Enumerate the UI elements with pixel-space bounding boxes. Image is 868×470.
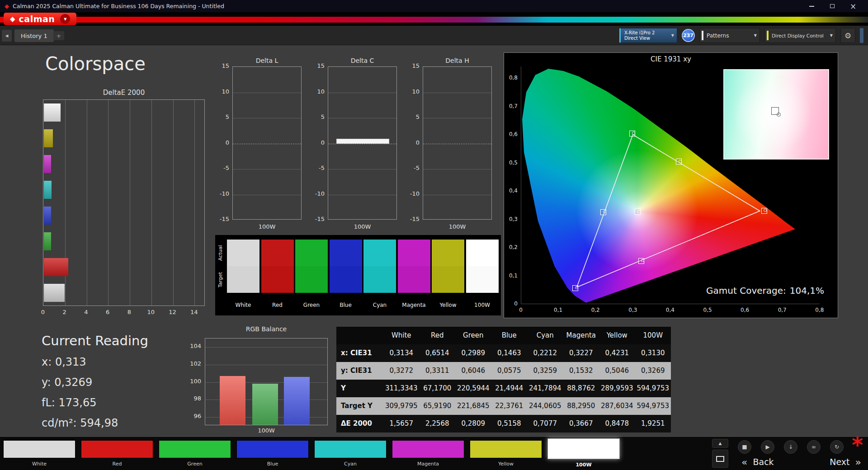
display-control-stripe [767, 31, 769, 40]
settings-button[interactable]: ⚙ [840, 28, 855, 43]
cie-y-axis-label: 0,1 [506, 273, 518, 279]
table-cell: 221,6845 [455, 397, 491, 415]
side-panel-toggle[interactable] [860, 28, 863, 43]
rgb-bar-green [252, 384, 278, 425]
delta-gridline [233, 93, 301, 93]
table-cell: 0,2809 [455, 415, 491, 432]
table-cell: 88,2950 [563, 397, 599, 415]
table-header-Red: Red [420, 327, 456, 344]
pattern-button-yellow[interactable]: Yellow [470, 437, 542, 470]
strip-actual-blue [330, 240, 362, 266]
back-button[interactable]: « Back [741, 455, 796, 469]
cie-measured-cyan [603, 210, 606, 213]
delta-gridline [328, 93, 396, 93]
table-cell: 309,9795 [383, 397, 420, 415]
delta-l-chart: Delta L 100W 151050-5-10-15 [212, 57, 302, 237]
current-reading-panel: Current Reading x: 0,313y: 0,3269fL: 173… [42, 333, 195, 437]
save-button[interactable]: ↓ [784, 440, 797, 454]
stop-measure-button[interactable]: ■ [738, 440, 751, 454]
table-cell: 2,2568 [420, 415, 456, 432]
cie-y-axis-label: 0,3 [506, 216, 518, 222]
delta-axis-label: 10 [402, 88, 420, 95]
deltae-axis-label: 2 [58, 309, 71, 315]
deltae-bar-blue [44, 207, 51, 225]
window-title: Calman 2025 Calman Ultimate for Business… [13, 3, 224, 9]
pattern-button-blue[interactable]: Blue [236, 437, 309, 470]
pattern-label: White [3, 461, 75, 467]
chart-plot [423, 66, 492, 220]
pattern-button-green[interactable]: Green [159, 437, 231, 470]
strip-target-red [261, 266, 294, 293]
maximize-button[interactable] [822, 0, 843, 12]
table-cell: 594,9753 [635, 380, 671, 397]
table-header-Green: Green [455, 327, 491, 344]
minimize-button[interactable] [801, 0, 822, 12]
deltae-axis-label: 4 [80, 309, 93, 315]
display-control-dropdown[interactable]: Direct Display Control ▼ [764, 28, 836, 43]
white-point-zoom-inset [723, 69, 829, 160]
patterns-dropdown[interactable]: Patterns ▼ [699, 28, 760, 43]
chart-plot [43, 99, 205, 306]
start-measure-button[interactable]: ▶ [761, 440, 774, 454]
cie-measured-blue [575, 286, 578, 289]
table-header-White: White [383, 327, 420, 344]
pattern-button-cyan[interactable]: Cyan [314, 437, 387, 470]
table-cell: 0,3269 [635, 362, 671, 380]
delta-axis-label: -5 [212, 164, 229, 171]
pattern-label: 100W [547, 462, 620, 468]
display-window-button[interactable] [712, 450, 728, 468]
chevron-right-double-icon: » [855, 456, 861, 468]
table-header-100W: 100W [635, 327, 671, 344]
cie-x-axis-label: 0 [514, 307, 528, 313]
chart-x-label: 100W [423, 223, 492, 230]
delta-axis-label: 0 [402, 139, 420, 146]
add-tab-button[interactable]: + [53, 31, 64, 40]
pattern-button-red[interactable]: Red [81, 437, 153, 470]
cie-measured-yellow [679, 160, 682, 163]
cie-measured-magenta [641, 259, 644, 262]
chevron-down-icon: ▼ [754, 33, 757, 38]
table-row-label: Target Y [336, 397, 383, 415]
pattern-tray-collapse-button[interactable]: ▲ [712, 439, 728, 448]
meter-status-badge[interactable]: 237 [682, 29, 695, 42]
pattern-button-magenta[interactable]: Magenta [392, 437, 464, 470]
delta-axis-label: -15 [307, 216, 325, 222]
back-label: Back [753, 457, 774, 467]
strip-label-100w: 100W [466, 302, 499, 308]
current-reading-title: Current Reading [42, 333, 195, 348]
chart-title: Delta H [423, 57, 492, 64]
cie-x-axis-label: 0,3 [626, 307, 640, 313]
gamut-coverage-readout: Gamut Coverage:104,1% [706, 285, 824, 296]
calman-logo-button[interactable]: ◆ calman ▼ [4, 13, 76, 25]
deltae-axis-label: 0 [37, 309, 49, 315]
white-measured-marker [777, 113, 781, 117]
main-menu-dropdown[interactable]: ▼ [60, 14, 70, 24]
delta-axis-label: -10 [307, 190, 325, 197]
refresh-button[interactable]: ↻ [830, 440, 844, 454]
pattern-button-100w[interactable]: 100W [547, 437, 620, 470]
pattern-button-white[interactable]: White [3, 437, 75, 470]
meter-selector-dropdown[interactable]: X-Rite i1Pro 2 Direct View ▼ [619, 28, 677, 43]
link-button[interactable]: ∞ [807, 440, 821, 454]
strip-actual-100w [466, 240, 499, 266]
delta-gridline [233, 195, 301, 195]
strip-actual-red [261, 240, 294, 266]
tab-history-1[interactable]: History 1 [14, 29, 54, 42]
close-button[interactable]: × [843, 0, 863, 12]
stop-icon: ■ [742, 444, 747, 450]
reading-value: y: 0,3269 [42, 376, 195, 389]
strip-label-blue: Blue [330, 302, 362, 308]
table-cell: 244,0605 [527, 397, 563, 415]
strip-actual-cyan [363, 240, 396, 266]
pattern-color-swatch [547, 438, 620, 459]
meter-name: X-Rite i1Pro 2 [624, 30, 671, 36]
pattern-color-swatch [236, 440, 309, 458]
delta-axis-label: 10 [212, 88, 229, 95]
calman-app-window: ◆ Calman 2025 Calman Ultimate for Busine… [0, 0, 868, 470]
reading-value: fL: 173,65 [42, 396, 195, 409]
gear-icon: ⚙ [844, 31, 851, 40]
table-cell: 594,9753 [635, 397, 671, 415]
table-cell: 22,3761 [491, 397, 528, 415]
delta-gridline [328, 195, 396, 195]
tab-scroll-left-button[interactable]: ◀ [2, 30, 12, 42]
